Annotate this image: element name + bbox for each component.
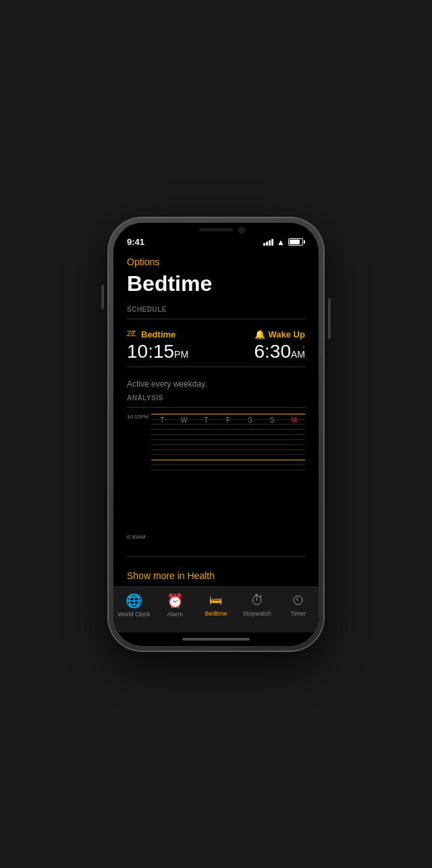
tab-world-clock[interactable]: 🌐 World Clock	[113, 593, 155, 618]
tab-bar: 🌐 World Clock ⏰ Alarm 🛏 Bedtime ⏱ Stopwa…	[113, 587, 319, 632]
signal-icon	[263, 239, 273, 246]
home-bar	[182, 638, 250, 641]
bedtime-label-row: ZZ z Bedtime	[127, 329, 188, 340]
schedule-bottom-divider	[127, 367, 305, 367]
home-indicator	[113, 632, 319, 646]
chart-bottom-label: 6:30AM	[127, 534, 146, 540]
active-text: Active every weekday.	[127, 379, 305, 389]
status-time: 9:41	[127, 237, 144, 247]
timer-icon: ⏲	[292, 593, 305, 608]
speaker	[199, 228, 233, 232]
world-clock-icon: 🌐	[126, 593, 142, 609]
tab-bedtime[interactable]: 🛏 Bedtime	[196, 593, 237, 617]
tab-timer-label: Timer	[290, 610, 306, 617]
alarm-icon: ⏰	[167, 593, 184, 609]
wakeup-item: 🔔 Wake Up 6:30AM	[254, 329, 306, 362]
chart-line-bedtime	[151, 414, 305, 414]
analysis-section: ANALYSIS 10:15PM 6:30AM	[127, 394, 305, 557]
page-title: Bedtime	[127, 271, 305, 296]
health-divider	[127, 556, 305, 557]
tab-alarm-label: Alarm	[167, 611, 183, 618]
bedtime-tab-icon: 🛏	[209, 593, 223, 608]
phone-screen: 9:41 ▲	[113, 223, 319, 646]
tab-stopwatch-label: Stopwatch	[243, 610, 271, 617]
svg-text:z: z	[131, 329, 134, 335]
schedule-row[interactable]: ZZ z Bedtime 10:15PM �	[127, 325, 305, 367]
chart-line-wakeup	[151, 460, 305, 460]
main-content: Options Bedtime SCHEDULE ZZ z	[113, 251, 319, 587]
analysis-divider	[127, 407, 305, 408]
bedtime-time: 10:15PM	[127, 341, 188, 362]
options-link[interactable]: Options	[127, 256, 305, 267]
wakeup-label-text: Wake Up	[269, 329, 305, 340]
chart-top-label: 10:15PM	[127, 414, 148, 420]
analysis-section-label: ANALYSIS	[127, 394, 305, 402]
bedtime-icon: ZZ z	[127, 329, 138, 340]
tab-stopwatch[interactable]: ⏱ Stopwatch	[236, 593, 277, 617]
wifi-icon: ▲	[277, 238, 285, 247]
bell-icon: 🔔	[254, 329, 265, 340]
status-icons: ▲	[263, 238, 305, 247]
battery-icon	[288, 238, 305, 246]
notch	[172, 223, 260, 240]
tab-world-clock-label: World Clock	[117, 611, 150, 618]
schedule-section-label: SCHEDULE	[127, 306, 305, 313]
chevron-right-icon: ›	[302, 341, 305, 352]
chart-lines	[151, 414, 305, 540]
wakeup-label-row: 🔔 Wake Up	[254, 329, 306, 340]
show-more-health[interactable]: Show more in Health	[127, 570, 305, 581]
phone-frame: 9:41 ▲	[108, 217, 324, 651]
camera	[238, 227, 245, 234]
chart-area: 10:15PM 6:30AM	[127, 414, 305, 552]
bedtime-item: ZZ z Bedtime 10:15PM	[127, 329, 188, 362]
schedule-divider	[127, 319, 305, 319]
bedtime-label-text: Bedtime	[141, 329, 176, 340]
tab-timer[interactable]: ⏲ Timer	[277, 593, 319, 617]
tab-alarm[interactable]: ⏰ Alarm	[155, 593, 196, 618]
screen-content: 9:41 ▲	[113, 223, 319, 646]
stopwatch-icon: ⏱	[250, 593, 264, 608]
wakeup-time: 6:30AM	[254, 341, 306, 362]
tab-bedtime-label: Bedtime	[205, 610, 227, 617]
